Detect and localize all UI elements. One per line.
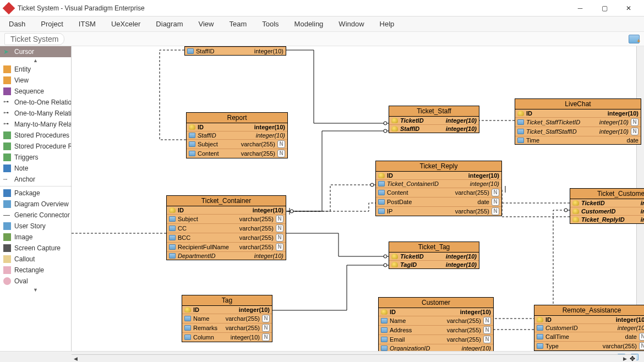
note-icon xyxy=(3,164,11,172)
column-row[interactable]: CallTimedateN xyxy=(534,332,644,341)
column-row[interactable]: IDinteger(10) xyxy=(534,316,644,323)
column-row[interactable]: Addressvarchar(255)N xyxy=(379,325,493,334)
column-row[interactable]: IDinteger(10) xyxy=(167,206,286,214)
menu-help[interactable]: Help xyxy=(380,20,395,28)
menu-uexceler[interactable]: UeXceler xyxy=(111,20,140,28)
menu-team[interactable]: Team xyxy=(229,20,247,28)
column-row[interactable]: Subjectvarchar(255)N xyxy=(187,139,287,149)
menu-project[interactable]: Project xyxy=(41,20,63,28)
column-row[interactable]: TagIDinteger(10) xyxy=(389,260,479,268)
tool-image[interactable]: Image xyxy=(0,232,71,243)
tool-note[interactable]: Note xyxy=(0,163,71,174)
tool-oval[interactable]: Oval xyxy=(0,276,71,287)
tool-sequence[interactable]: Sequence xyxy=(0,86,71,97)
tool-one-to-one-relationship[interactable]: ⊶One-to-One Relationship xyxy=(0,97,71,108)
column-row[interactable]: IDinteger(10) xyxy=(376,172,501,179)
column-row[interactable]: Remarksvarchar(255)N xyxy=(182,323,272,332)
column-icon xyxy=(517,129,524,134)
close-button[interactable]: ✕ xyxy=(618,1,640,16)
new-diagram-icon[interactable] xyxy=(629,35,640,43)
column-row[interactable]: Ticket_ContainerIDinteger(10) xyxy=(376,179,501,188)
tool-view[interactable]: View xyxy=(0,75,71,86)
entity-customer[interactable]: CustomerIDinteger(10)Namevarchar(255)NAd… xyxy=(378,297,494,351)
column-row[interactable]: CustomerIDinteger(10) xyxy=(534,323,644,332)
column-row[interactable]: Ticket_StaffStaffIDinteger(10)N xyxy=(515,127,641,136)
entity-ticket_reply[interactable]: Ticket_ReplyIDinteger(10)Ticket_Containe… xyxy=(375,161,502,216)
entity-ticket_tag[interactable]: Ticket_TagTicketIDinteger(10)TagIDintege… xyxy=(389,242,479,269)
entity-ticket_customer[interactable]: Ticket_CustomerTicketIDinteger(10)Custom… xyxy=(570,188,644,224)
tool-anchor[interactable]: ┄Anchor xyxy=(0,174,71,185)
column-row[interactable]: Ticket_StaffTicketIDinteger(10)N xyxy=(515,117,641,127)
tool-many-to-many-relationship[interactable]: ⊶Many-to-Many Relationship xyxy=(0,119,71,130)
column-row[interactable]: IDinteger(10) xyxy=(379,308,493,316)
column-row[interactable]: CCvarchar(255)N xyxy=(167,223,286,233)
tool-diagram-overview[interactable]: Diagram Overview xyxy=(0,199,71,210)
column-row[interactable]: IDinteger(10) xyxy=(515,109,641,117)
entity-remote_assist[interactable]: Remote_AssistanceIDinteger(10)CustomerID… xyxy=(534,305,644,351)
column-row[interactable]: IDinteger(10) xyxy=(182,306,272,314)
entity-header: Ticket_Customer xyxy=(570,189,644,199)
menu-diagram[interactable]: Diagram xyxy=(156,20,183,28)
entity-tag[interactable]: TagIDinteger(10)Namevarchar(255)NRemarks… xyxy=(182,295,272,342)
minimize-button[interactable]: ─ xyxy=(569,1,591,16)
menu-view[interactable]: View xyxy=(198,20,214,28)
breadcrumb[interactable]: Ticket System xyxy=(4,33,64,45)
column-row[interactable]: Ticket_ReplyIDinteger(10) xyxy=(570,215,644,223)
column-row[interactable]: Namevarchar(255)N xyxy=(379,316,493,325)
menu-modeling[interactable]: Modeling xyxy=(294,20,324,28)
entity-ticket_staff[interactable]: Ticket_StaffTicketIDinteger(10)StaffIDin… xyxy=(389,106,479,133)
menu-itsm[interactable]: ITSM xyxy=(79,20,96,28)
column-row[interactable]: Subjectvarchar(255)N xyxy=(167,214,286,223)
svg-point-0 xyxy=(384,122,387,125)
column-row[interactable]: TicketIDinteger(10) xyxy=(570,199,644,207)
entity-livechat[interactable]: LiveChatIDinteger(10)Ticket_StaffTicketI… xyxy=(515,98,641,145)
column-row[interactable]: TicketIDinteger(10) xyxy=(389,117,479,124)
column-row[interactable]: Contentvarchar(255)N xyxy=(376,188,501,197)
column-name: ID xyxy=(178,207,250,213)
column-row[interactable]: DepartmentIDinteger(10) xyxy=(167,251,286,260)
column-row[interactable]: Typevarchar(255)N xyxy=(534,341,644,350)
tool-rectangle[interactable]: Rectangle xyxy=(0,265,71,276)
tool-stored-procedures[interactable]: Stored Procedures xyxy=(0,130,71,141)
tool-one-to-many-relationship[interactable]: ⊶One-to-Many Relationship xyxy=(0,108,71,119)
column-row[interactable]: StaffIDinteger(10) xyxy=(389,124,479,133)
tool-callout[interactable]: Callout xyxy=(0,254,71,265)
entity-staff_top[interactable]: StaffIDinteger(10) xyxy=(184,46,286,56)
entity-ticket_container[interactable]: Ticket_ContainerIDinteger(10)Subjectvarc… xyxy=(166,195,286,260)
column-row[interactable]: Contentvarchar(255)N xyxy=(187,149,287,158)
column-row[interactable]: Timedate xyxy=(515,136,641,144)
column-row[interactable]: Columninteger(10)N xyxy=(182,332,272,342)
column-row[interactable]: CustomerIDinteger(10) xyxy=(570,207,644,215)
tool-cursor[interactable]: ➤Cursor xyxy=(0,46,71,57)
column-row[interactable]: RecipientFullNamevarchar(255)N xyxy=(167,242,286,251)
not-null-icon: N xyxy=(276,234,283,242)
column-row[interactable]: BCCvarchar(255)N xyxy=(167,233,286,242)
menu-window[interactable]: Window xyxy=(339,20,364,28)
column-row[interactable]: IPvarchar(255)N xyxy=(376,206,501,216)
tool-package[interactable]: Package xyxy=(0,188,71,199)
canvas[interactable]: StaffIDinteger(10)ReportIDinteger(10)Sta… xyxy=(72,46,644,351)
column-row[interactable]: TicketIDinteger(10) xyxy=(389,253,479,260)
column-row[interactable]: Emailvarchar(255)N xyxy=(379,334,493,344)
menu-tools[interactable]: Tools xyxy=(262,20,279,28)
column-row[interactable]: IDinteger(10) xyxy=(187,123,287,131)
tool-triggers[interactable]: Triggers xyxy=(0,152,71,163)
tool-screen-capture[interactable]: Screen Capture xyxy=(0,243,71,254)
column-row[interactable]: OrganizationIDinteger(10) xyxy=(379,344,493,351)
sp-icon xyxy=(3,142,11,150)
tool-generic-connector[interactable]: —Generic Connector xyxy=(0,210,71,221)
column-row[interactable]: Namevarchar(255)N xyxy=(182,314,272,323)
column-name: Subject xyxy=(178,216,237,222)
maximize-button[interactable]: ▢ xyxy=(593,1,615,16)
key-icon xyxy=(391,118,398,123)
tool-stored-procedure-resultset[interactable]: Stored Procedure Resultset xyxy=(0,141,71,152)
column-row[interactable]: StaffIDinteger(10) xyxy=(187,131,287,139)
column-row[interactable]: PostDatedateN xyxy=(376,197,501,206)
column-row[interactable]: StaffIDinteger(10) xyxy=(185,47,286,55)
key-icon xyxy=(537,317,543,322)
horizontal-scrollbar[interactable]: ◀▶ ✥ xyxy=(72,354,636,362)
entity-report[interactable]: ReportIDinteger(10)StaffIDinteger(10)Sub… xyxy=(186,112,288,158)
tool-user-story[interactable]: User Story xyxy=(0,221,71,232)
menu-dash[interactable]: Dash xyxy=(9,20,25,28)
tool-entity[interactable]: Entity xyxy=(0,64,71,75)
